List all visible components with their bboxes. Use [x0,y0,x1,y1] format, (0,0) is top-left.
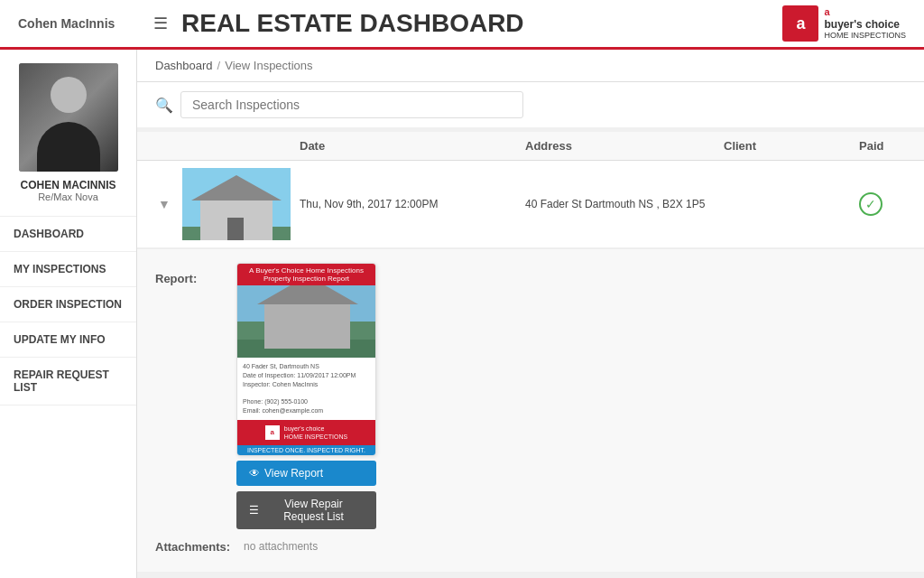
profile-company: Re/Max Nova [38,191,98,202]
sidebar-item-update-my-info[interactable]: UPDATE MY INFO [0,322,136,358]
eye-icon: 👁 [249,467,260,480]
attachments-value: no attachments [244,540,318,553]
breadcrumb-home[interactable]: Dashboard [155,59,213,72]
attachments-section: Attachments: no attachments [155,540,906,554]
inspection-row-1: ▼ Thu, Nov 9th, 2017 12:00PM 40 Fader St… [137,161,924,572]
search-input[interactable] [180,91,523,118]
report-card-tagline: INSPECTED ONCE. INSPECTED RIGHT. [237,445,375,455]
report-label: Report: [155,263,218,285]
view-repair-request-button[interactable]: ☰ View Repair Request List [236,491,376,529]
report-card-header: A Buyer's Choice Home InspectionsPropert… [237,264,375,285]
breadcrumb-current: View Inspections [225,59,312,72]
main-content: Dashboard / View Inspections 🔍 Date Addr… [137,50,924,578]
page-title: REAL ESTATE DASHBOARD [181,9,782,38]
thumbnail-1 [182,168,300,240]
avatar [19,63,118,172]
col-date: Date [300,139,525,153]
view-report-label: View Report [264,467,323,480]
report-card-footer: a buyer's choiceHOME INSPECTIONS [237,420,375,445]
col-client: Client [724,139,859,153]
expanded-panel-1: Report: A Buyer's Choice Home Inspection… [137,248,924,572]
header-username: Cohen MacInnis [18,16,153,31]
header: Cohen MacInnis ☰ REAL ESTATE DASHBOARD a… [0,0,924,50]
report-buttons: 👁 View Report ☰ View Repair Request List [236,461,376,529]
nav-menu: DASHBOARD MY INSPECTIONS ORDER INSPECTIO… [0,217,136,578]
footer-logo-text: buyer's choiceHOME INSPECTIONS [284,424,347,441]
view-report-button[interactable]: 👁 View Report [236,461,376,486]
report-card: A Buyer's Choice Home InspectionsPropert… [236,263,376,456]
col-address: Address [525,139,724,153]
col-paid: Paid [859,139,924,153]
logo-text: a buyer's choice HOME INSPECTIONS [824,6,906,41]
breadcrumb: Dashboard / View Inspections [137,50,924,82]
expand-toggle-1[interactable]: ▼ [146,197,182,211]
breadcrumb-separator: / [217,59,221,72]
paid-check-icon: ✓ [859,192,882,216]
list-icon: ☰ [249,504,259,517]
sidebar-item-dashboard[interactable]: DASHBOARD [0,217,136,252]
sidebar-item-order-inspection[interactable]: ORDER INSPECTION [0,287,136,322]
sidebar: COHEN MACINNIS Re/Max Nova DASHBOARD MY … [0,50,137,578]
sidebar-item-my-inspections[interactable]: MY INSPECTIONS [0,252,136,287]
table-header: Date Address Client Paid Signed [137,132,924,161]
profile-section: COHEN MACINNIS Re/Max Nova [0,50,136,217]
footer-logo-icon: a [265,425,280,440]
logo-icon: a [782,5,818,42]
paid-1: ✓ [859,192,924,216]
hamburger-icon[interactable]: ☰ [153,14,168,33]
report-card-image [237,285,375,358]
address-1: 40 Fader St Dartmouth NS , B2X 1P5 [525,198,724,210]
logo: a a buyer's choice HOME INSPECTIONS [782,5,906,42]
view-repair-label: View Repair Request List [263,498,364,523]
chevron-down-icon: ▼ [158,197,171,211]
date-1: Thu, Nov 9th, 2017 12:00PM [300,198,525,210]
search-bar: 🔍 [137,82,924,127]
profile-name: COHEN MACINNIS [20,179,116,191]
attachments-label: Attachments: [155,540,230,554]
report-card-body: 40 Fader St, Dartmouth NS Date of Inspec… [237,358,375,420]
sidebar-item-repair-request-list[interactable]: REPAIR REQUEST LIST [0,358,136,406]
search-icon: 🔍 [155,97,173,114]
